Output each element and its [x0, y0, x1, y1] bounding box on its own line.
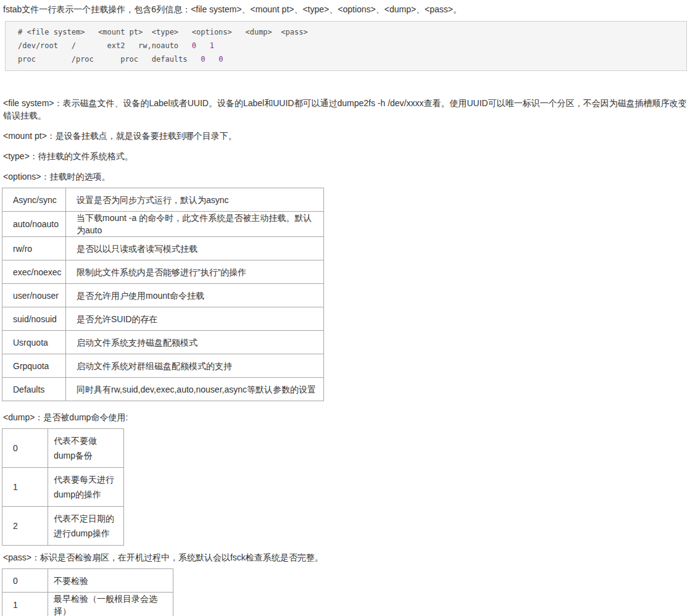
- option-description-cell: 启动文件系统对群组磁盘配额模式的支持: [66, 354, 324, 378]
- value-description-cell: 不要检验: [48, 569, 173, 593]
- table-row: 0 代表不要做dump备份: [2, 429, 124, 468]
- options-table: Async/sync 设置是否为同步方式运行，默认为async auto/noa…: [2, 188, 324, 401]
- option-name-cell: Async/sync: [2, 188, 66, 212]
- option-description-cell: 启动文件系统支持磁盘配额模式: [66, 331, 324, 354]
- option-description-cell: 限制此文件系统内是否能够进行”执行”的操作: [66, 260, 324, 284]
- table-row: 1 代表要每天进行dump的操作: [2, 468, 124, 507]
- dump-description: <dump>：是否被dump命令使用:: [3, 411, 690, 423]
- option-description-cell: 是否允许用户使用mount命令挂载: [66, 284, 324, 307]
- table-row: exec/noexec 限制此文件系统内是否能够进行”执行”的操作: [2, 260, 324, 284]
- option-description-cell: 同时具有rw,suid,dev,exec,auto,nouser,async等默…: [66, 378, 324, 401]
- option-name-cell: user/nouser: [2, 284, 66, 307]
- value-cell: 0: [2, 569, 48, 593]
- table-row: Defaults 同时具有rw,suid,dev,exec,auto,nouse…: [2, 378, 324, 401]
- option-name-cell: Grpquota: [2, 354, 66, 378]
- value-cell: 2: [2, 507, 48, 546]
- option-name-cell: auto/noauto: [2, 212, 66, 237]
- value-cell: 1: [2, 593, 48, 616]
- value-cell: 0: [2, 429, 48, 468]
- table-row: suid/nosuid 是否允许SUID的存在: [2, 307, 324, 331]
- value-description-cell: 代表不要做dump备份: [48, 429, 124, 468]
- table-row: auto/noauto 当下载mount -a 的命令时，此文件系统是否被主动挂…: [2, 212, 324, 237]
- option-name-cell: rw/ro: [2, 237, 66, 260]
- pass-table: 0 不要检验 1 最早检验（一般根目录会选择） 2 1级别检验完成之后进行检验: [2, 568, 173, 616]
- option-description-cell: 是否以以只读或者读写模式挂载: [66, 237, 324, 260]
- options-description: <options>：挂载时的选项。: [3, 170, 690, 183]
- value-cell: 1: [2, 468, 48, 507]
- option-description-cell: 当下载mount -a 的命令时，此文件系统是否被主动挂载。默认为auto: [66, 212, 324, 237]
- mount-pt-description: <mount pt>：是设备挂载点，就是设备要挂载到哪个目录下。: [3, 130, 690, 142]
- option-description-cell: 设置是否为同步方式运行，默认为async: [66, 188, 324, 212]
- option-name-cell: Usrquota: [2, 331, 66, 354]
- table-row: Usrquota 启动文件系统支持磁盘配额模式: [2, 331, 324, 354]
- value-description-cell: 代表不定日期的进行dump操作: [48, 507, 124, 546]
- pass-description: <pass>：标识是否检验扇区，在开机过程中，系统默认会以fsck检查系统是否完…: [3, 551, 690, 564]
- document-page: fstab文件一行表示一个挂载操作，包含6列信息：<file system>、<…: [0, 3, 690, 616]
- dump-table: 0 代表不要做dump备份 1 代表要每天进行dump的操作 2 代表不定日期的…: [2, 428, 124, 546]
- value-description-cell: 代表要每天进行dump的操作: [48, 468, 124, 507]
- table-row: Grpquota 启动文件系统对群组磁盘配额模式的支持: [2, 354, 324, 378]
- table-row: 2 代表不定日期的进行dump操作: [2, 507, 124, 546]
- table-row: user/nouser 是否允许用户使用mount命令挂载: [2, 284, 324, 307]
- option-name-cell: exec/noexec: [2, 260, 66, 284]
- option-description-cell: 是否允许SUID的存在: [66, 307, 324, 331]
- file-system-description: <file system>：表示磁盘文件、设备的Label或者UUID。设备的L…: [3, 97, 690, 122]
- type-description: <type>：待挂载的文件系统格式。: [3, 150, 690, 162]
- table-row: 1 最早检验（一般根目录会选择）: [2, 593, 173, 616]
- table-row: 0 不要检验: [2, 569, 173, 593]
- value-description-cell: 最早检验（一般根目录会选择）: [48, 593, 173, 616]
- option-name-cell: suid/nosuid: [2, 307, 66, 331]
- option-name-cell: Defaults: [2, 378, 66, 401]
- table-row: rw/ro 是否以以只读或者读写模式挂载: [2, 237, 324, 260]
- fstab-code-block: # <file system> <mount pt> <type> <optio…: [5, 21, 687, 71]
- table-row: Async/sync 设置是否为同步方式运行，默认为async: [2, 188, 324, 212]
- intro-text: fstab文件一行表示一个挂载操作，包含6列信息：<file system>、<…: [3, 3, 690, 15]
